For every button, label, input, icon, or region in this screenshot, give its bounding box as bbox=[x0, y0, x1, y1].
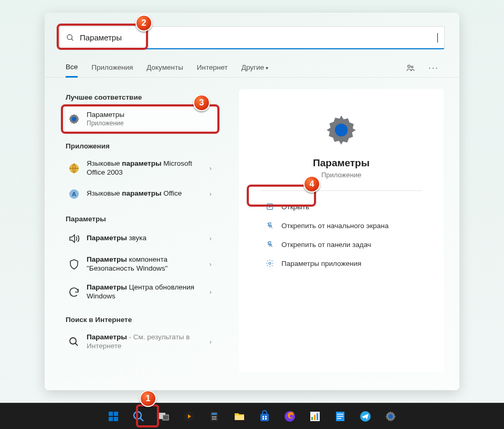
svg-point-19 bbox=[134, 412, 141, 419]
action-label: Открепить от панели задач bbox=[281, 241, 371, 249]
svg-rect-42 bbox=[314, 415, 316, 420]
gear-icon bbox=[266, 259, 274, 267]
sound-icon bbox=[68, 232, 80, 245]
result-title: Параметры bbox=[87, 111, 215, 120]
section-settings: Параметры bbox=[66, 215, 220, 223]
tab-more[interactable]: Другие▾ bbox=[242, 59, 268, 77]
action-unpin-taskbar[interactable]: Открепить от панели задач bbox=[260, 236, 422, 253]
action-label: Открепить от начального экрана bbox=[281, 222, 388, 230]
svg-rect-16 bbox=[114, 412, 118, 416]
preview-subtitle: Приложение bbox=[321, 171, 361, 179]
action-label: Открыть bbox=[281, 203, 309, 211]
svg-rect-37 bbox=[262, 418, 264, 420]
svg-rect-17 bbox=[109, 417, 113, 421]
svg-rect-15 bbox=[109, 412, 113, 416]
taskbar-start-button[interactable] bbox=[103, 406, 124, 427]
taskbar-settings-icon[interactable] bbox=[380, 406, 401, 427]
taskbar-search-button[interactable] bbox=[128, 406, 149, 427]
annotation-badge-2: 2 bbox=[135, 15, 152, 31]
svg-point-30 bbox=[212, 418, 213, 419]
svg-rect-26 bbox=[212, 413, 217, 415]
taskbar bbox=[0, 403, 504, 429]
annotation-badge-4: 4 bbox=[303, 176, 320, 192]
result-sound-settings[interactable]: Параметры звука › bbox=[66, 227, 220, 250]
annotation-badge-1: 1 bbox=[140, 390, 156, 407]
taskbar-explorer-icon[interactable] bbox=[229, 406, 250, 427]
svg-point-3 bbox=[411, 66, 413, 68]
text-cursor bbox=[437, 33, 438, 42]
result-security-settings[interactable]: Параметры компонента "Безопасность Windo… bbox=[66, 250, 220, 278]
svg-rect-34 bbox=[260, 414, 269, 421]
taskbar-telegram-icon[interactable] bbox=[355, 406, 376, 427]
chevron-right-icon: › bbox=[209, 288, 215, 296]
svg-point-2 bbox=[408, 65, 411, 68]
search-icon bbox=[66, 34, 75, 42]
search-results-panel: Параметры Все Приложения Документы Интер… bbox=[45, 13, 459, 390]
tab-web[interactable]: Интернет bbox=[197, 59, 228, 77]
shield-icon bbox=[68, 258, 80, 271]
search-input-box[interactable]: Параметры bbox=[59, 26, 445, 49]
chevron-right-icon: › bbox=[209, 190, 215, 198]
taskbar-notes-icon[interactable] bbox=[330, 406, 351, 427]
taskbar-calculator-icon[interactable] bbox=[204, 406, 225, 427]
annotation-badge-3: 3 bbox=[193, 94, 210, 111]
result-title: Параметры звука bbox=[87, 234, 203, 243]
action-open[interactable]: Открыть bbox=[260, 198, 422, 215]
taskbar-media-icon[interactable] bbox=[178, 406, 200, 427]
svg-point-49 bbox=[388, 414, 393, 418]
settings-gear-icon bbox=[68, 113, 80, 125]
search-icon bbox=[68, 336, 80, 348]
action-app-settings[interactable]: Параметры приложения bbox=[260, 255, 422, 272]
svg-rect-45 bbox=[337, 414, 343, 415]
svg-rect-35 bbox=[262, 416, 264, 417]
svg-rect-46 bbox=[337, 416, 343, 417]
svg-point-29 bbox=[215, 416, 216, 417]
chevron-right-icon: › bbox=[209, 338, 215, 346]
action-unpin-start[interactable]: Открепить от начального экрана bbox=[260, 217, 422, 234]
svg-rect-22 bbox=[163, 415, 169, 420]
settings-gear-icon-large bbox=[324, 113, 358, 147]
open-icon bbox=[266, 202, 274, 211]
taskbar-taskview-button[interactable] bbox=[153, 406, 174, 427]
unpin-icon bbox=[266, 221, 274, 230]
svg-line-9 bbox=[76, 344, 78, 346]
filter-tabs: Все Приложения Документы Интернет Другие… bbox=[45, 55, 459, 78]
svg-point-10 bbox=[335, 124, 348, 137]
refresh-icon bbox=[68, 286, 80, 298]
chevron-right-icon: › bbox=[209, 261, 215, 268]
svg-point-14 bbox=[269, 262, 271, 264]
result-title: Параметры Центра обновления Windows bbox=[87, 283, 203, 301]
svg-rect-33 bbox=[235, 415, 244, 420]
tab-documents[interactable]: Документы bbox=[146, 59, 183, 77]
svg-rect-47 bbox=[337, 418, 341, 419]
tab-apps[interactable]: Приложения bbox=[91, 59, 133, 77]
taskbar-store-icon[interactable] bbox=[254, 406, 275, 427]
search-input-value[interactable]: Параметры bbox=[80, 33, 432, 42]
result-title: Параметры компонента "Безопасность Windo… bbox=[87, 255, 203, 273]
svg-point-28 bbox=[214, 416, 215, 417]
result-app-office[interactable]: A Языковые параметры Office › bbox=[66, 183, 220, 206]
preview-pane: Параметры Приложение Открыть Открепить о… bbox=[239, 89, 444, 372]
divider bbox=[260, 190, 422, 191]
more-options-icon[interactable]: ··· bbox=[429, 63, 438, 73]
taskbar-firefox-icon[interactable] bbox=[279, 406, 300, 427]
svg-point-0 bbox=[67, 35, 72, 39]
accounts-icon[interactable] bbox=[406, 63, 415, 73]
result-web-search[interactable]: Параметры - См. результаты в Интернете › bbox=[66, 328, 220, 356]
globe-lang-icon bbox=[68, 162, 80, 175]
svg-point-27 bbox=[212, 416, 213, 417]
svg-rect-36 bbox=[265, 416, 267, 417]
result-update-settings[interactable]: Параметры Центра обновления Windows › bbox=[66, 278, 220, 306]
preview-title: Параметры bbox=[313, 157, 370, 169]
globe-lang-icon: A bbox=[68, 188, 80, 200]
section-web: Поиск в Интернете bbox=[66, 316, 220, 324]
taskbar-chart-icon[interactable] bbox=[304, 406, 326, 427]
tab-all[interactable]: Все bbox=[66, 59, 78, 78]
results-list: Лучшее соответствие Параметры Приложение… bbox=[45, 78, 223, 390]
result-title: Параметры - См. результаты в Интернете bbox=[87, 333, 203, 351]
result-app-office2003[interactable]: Языковые параметры Microsoft Office 2003… bbox=[66, 154, 220, 183]
chevron-right-icon: › bbox=[209, 235, 215, 242]
chevron-right-icon: › bbox=[209, 165, 215, 172]
svg-point-32 bbox=[215, 418, 216, 419]
svg-point-31 bbox=[214, 418, 215, 419]
